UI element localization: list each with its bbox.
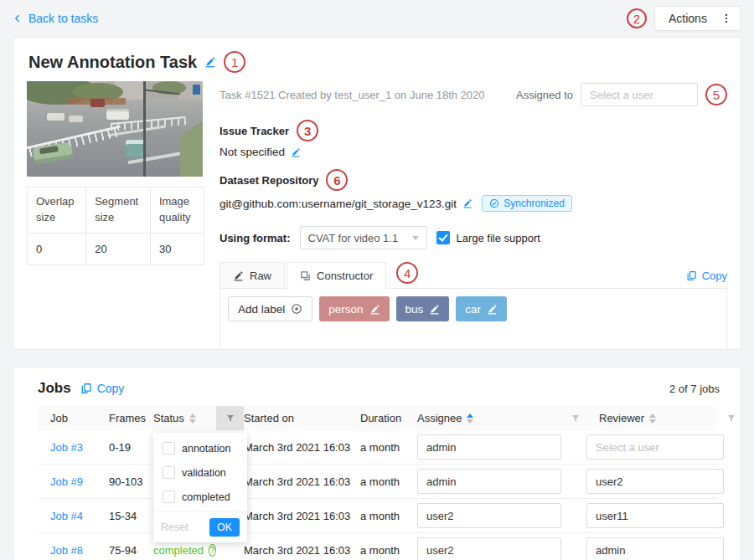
assignee-sorter[interactable] [467,414,473,424]
task-title: New Annotation Task [28,53,197,72]
caret-down-icon [189,419,196,424]
label-tag-bus[interactable]: bus [396,296,450,321]
job-link[interactable]: Job #8 [50,544,83,557]
job-duration: a month [360,510,417,522]
large-file-support-label: Large file support [457,232,540,244]
back-to-tasks-link[interactable]: Back to tasks [13,12,98,25]
filter-option-label: annotation [182,443,230,455]
label-tag-car[interactable]: car [456,296,507,321]
job-assignee-input[interactable] [417,537,561,560]
job-link[interactable]: Job #4 [50,510,83,522]
edit-dataset-repo-icon[interactable] [462,198,473,208]
table-row: Job #8 75-94 completed ? March 3rd 2021 … [38,533,716,560]
jobs-card: Jobs Copy 2 of 7 jobs Job Frames Status … [13,367,741,560]
chevron-left-icon [13,13,23,23]
reviewer-filter-button[interactable] [726,406,736,430]
job-reviewer-input[interactable] [586,469,724,494]
job-reviewer-input[interactable] [586,434,724,460]
job-link[interactable]: Job #9 [50,475,83,488]
task-body: Overlap size Segment size Image quality … [27,81,727,350]
filter-option-annotation[interactable]: annotation [153,436,247,460]
job-status-completed: completed ? [153,544,216,557]
tab-raw[interactable]: Raw [219,262,285,288]
filter-checkbox[interactable] [163,491,175,503]
labels-tabs: Raw Constructor 4 Copy [219,262,727,288]
preview-car [69,116,83,122]
caret-down-icon [467,419,473,424]
col-reviewer[interactable]: Reviewer [586,412,726,424]
job-frames: 90-103 [109,475,153,488]
synchronized-badge[interactable]: Synchronized [482,195,572,212]
filter-checkbox[interactable] [163,442,175,455]
dataset-repo-row: Dataset Repository 6 [219,169,727,191]
add-label-text: Add label [238,303,285,316]
col-started: Started on [244,412,360,424]
copy-icon [80,383,92,394]
job-started: March 3rd 2021 16:03 [244,441,360,454]
col-assignee[interactable]: Assignee [417,412,564,424]
job-reviewer-input[interactable] [586,503,724,528]
param-value-segment: 20 [86,233,151,265]
status-filter-button[interactable] [216,406,244,430]
callout-3: 3 [297,120,318,141]
check-circle-icon [489,198,499,208]
preview-sign [193,85,200,95]
issue-tracker-section: Issue Tracker 3 Not specified [219,120,727,158]
filter-option-completed[interactable]: completed [153,485,247,509]
label-tag-person[interactable]: person [319,296,389,321]
job-assignee-input[interactable] [417,469,561,494]
callout-5: 5 [705,84,727,105]
filter-ok-button[interactable]: OK [209,518,240,537]
status-sorter[interactable] [189,414,196,424]
task-left-column: Overlap size Segment size Image quality … [27,81,204,350]
actions-label: Actions [669,12,707,25]
filter-reset-button[interactable]: Reset [161,521,188,533]
jobs-table-header: Job Frames Status Started on Duration As… [38,406,716,430]
job-status-text: completed [153,544,204,557]
large-file-support-checkbox[interactable] [436,231,450,244]
dataset-repo-value: git@github.com:username/git_storage_v123… [219,198,457,210]
reviewer-sorter[interactable] [649,414,656,424]
synchronized-label: Synchronized [504,198,565,209]
edit-issue-tracker-icon[interactable] [291,147,301,157]
add-label-button[interactable]: Add label [228,296,312,321]
param-value-overlap: 0 [28,233,86,265]
edit-icon[interactable] [429,304,440,315]
job-assignee-input[interactable] [417,503,561,528]
edit-icon[interactable] [369,304,380,315]
dataset-repo-value-row: git@github.com:username/git_storage_v123… [219,195,727,212]
plus-circle-icon [291,303,302,315]
format-select[interactable]: CVAT for video 1.1 [300,226,427,249]
job-assignee-input[interactable] [417,434,561,460]
actions-button[interactable]: Actions [654,6,741,31]
table-row: Job #9 90-103 March 3rd 2021 16:03 a mon… [38,465,716,499]
jobs-title-row: Jobs Copy 2 of 7 jobs [38,380,728,397]
format-selected-value: CVAT for video 1.1 [308,232,399,244]
job-reviewer-input[interactable] [586,537,724,560]
edit-task-name-icon[interactable] [204,56,216,68]
question-circle-icon[interactable]: ? [209,544,216,557]
param-value-quality: 30 [150,233,204,265]
jobs-title: Jobs [38,380,71,397]
filter-option-validation[interactable]: validation [153,460,247,485]
chevron-down-icon [412,236,419,240]
job-started: March 3rd 2021 16:03 [244,510,360,522]
format-row: Using format: CVAT for video 1.1 Large f… [219,226,727,249]
assigned-to-label: Assigned to [516,89,573,101]
tab-constructor[interactable]: Constructor [287,262,386,289]
issue-tracker-value: Not specified [219,146,285,158]
assignee-filter-button[interactable] [564,406,586,430]
edit-icon[interactable] [487,304,498,315]
filter-checkbox[interactable] [163,466,175,479]
assigned-to-input[interactable] [581,83,698,106]
col-status[interactable]: Status [153,412,216,424]
caret-up-icon [189,414,196,418]
tab-raw-label: Raw [250,270,271,282]
block-icon [300,270,311,281]
job-link[interactable]: Job #3 [50,441,83,454]
task-meta-row: Task #1521 Created by test_user_1 on Jun… [219,83,727,106]
copy-jobs-link[interactable]: Copy [80,382,125,395]
more-vertical-icon [720,13,732,24]
preview-van-teal [126,140,145,157]
copy-labels-link[interactable]: Copy [686,270,727,282]
